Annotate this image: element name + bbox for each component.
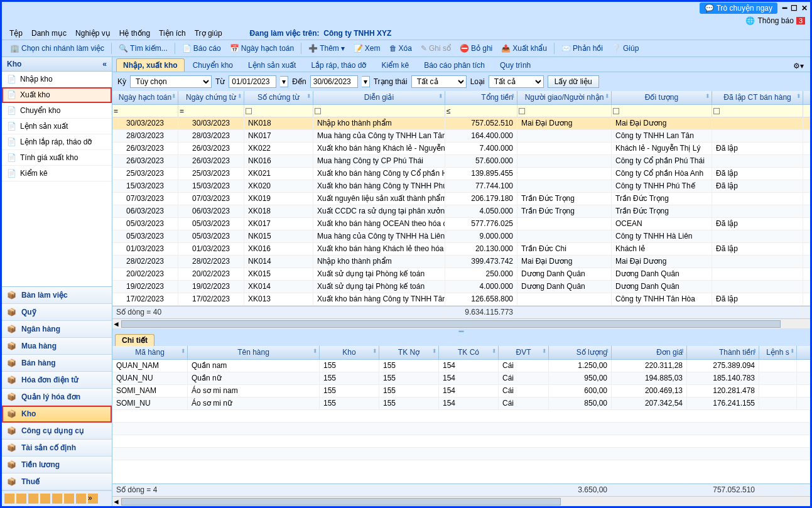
col-description[interactable]: Diễn giải	[313, 91, 445, 104]
dcol-order[interactable]: Lệnh s	[759, 346, 797, 359]
nav-item-6[interactable]: 📦Quản lý hóa đơn	[2, 389, 112, 406]
period-select[interactable]: Tùy chọn	[130, 75, 212, 88]
collapse-icon[interactable]: «	[102, 60, 107, 68]
minimize-button[interactable]: ━	[782, 4, 787, 13]
dcol-warehouse[interactable]: Kho	[320, 346, 379, 359]
view-button[interactable]: 📝Xem	[350, 43, 384, 54]
tab-3[interactable]: Lắp ráp, tháo dỡ	[304, 58, 373, 72]
detail-h-scrollbar[interactable]: ◄	[112, 496, 810, 506]
table-row[interactable]: 19/02/202319/02/2023XK014Xuất sử dụng tạ…	[112, 281, 810, 293]
to-date[interactable]	[310, 75, 358, 88]
detail-body[interactable]: QUAN_NAMQuần nam155155154Cái1.250,00220.…	[112, 360, 810, 484]
tab-6[interactable]: Quy trình	[493, 58, 538, 72]
table-row[interactable]: 20/02/202320/02/2023XK015Xuất sử dụng tạ…	[112, 268, 810, 281]
menu-utilities[interactable]: Tiện ích	[159, 29, 186, 38]
help-button[interactable]: ❔Giúp	[609, 43, 642, 54]
dropdown-icon[interactable]: ▾	[280, 76, 288, 87]
tab-4[interactable]: Kiểm kê	[374, 58, 416, 72]
tab-5[interactable]: Báo cáo phân tích	[417, 58, 492, 72]
type-select[interactable]: Tất cả	[489, 75, 544, 88]
dcol-item-code[interactable]: Mã hàng	[112, 346, 188, 359]
nav-item-10[interactable]: 📦Tiền lương	[2, 457, 112, 473]
dropdown-icon[interactable]: ▾	[362, 76, 370, 87]
sidebar-item-4[interactable]: 📄Lệnh lắp ráp, tháo dỡ	[2, 134, 112, 150]
col-sales-voucher-created[interactable]: Đã lập CT bán hàng	[712, 91, 803, 104]
nav-item-2[interactable]: 📦Ngân hàng	[2, 321, 112, 338]
dcol-credit-acc[interactable]: TK Có	[439, 346, 499, 359]
col-posting-date[interactable]: Ngày hạch toán	[112, 91, 178, 104]
nav-item-4[interactable]: 📦Bán hàng	[2, 355, 112, 372]
settings-gear[interactable]: ⚙▾	[791, 60, 806, 72]
col-person[interactable]: Người giao/Người nhận	[517, 91, 612, 104]
nav-item-3[interactable]: 📦Mua hàng	[2, 338, 112, 355]
detail-row[interactable]: SOMI_NAMÁo sơ mi nam155155154Cái600,0020…	[112, 385, 810, 397]
col-partner[interactable]: Đối tượng	[612, 91, 712, 104]
add-button[interactable]: ➕Thêm ▾	[305, 43, 348, 54]
col-total[interactable]: Tổng tiền	[445, 91, 517, 104]
fetch-button[interactable]: Lấy dữ liệu	[548, 75, 599, 88]
chat-button[interactable]: 💬 Trò chuyện ngay	[700, 3, 777, 14]
maximize-button[interactable]: ☐	[791, 4, 798, 13]
nav-item-9[interactable]: 📦Tài sản cố định	[2, 440, 112, 457]
grid-filter-row[interactable]: == ≤	[112, 105, 810, 117]
nav-overflow-icons[interactable]: »	[2, 490, 112, 506]
detail-row[interactable]: SOMI_NUÁo sơ mi nữ155155154Cái850,00207.…	[112, 397, 810, 410]
close-button[interactable]: ✕	[801, 4, 808, 13]
dcol-unit[interactable]: ĐVT	[499, 346, 549, 359]
table-row[interactable]: 28/02/202328/02/2023NK014Nhập kho thành …	[112, 256, 810, 268]
menu-system[interactable]: Hệ thống	[119, 29, 150, 38]
sidebar-item-0[interactable]: 📄Nhập kho	[2, 72, 112, 87]
detail-row[interactable]: QUAN_NAMQuần nam155155154Cái1.250,00220.…	[112, 360, 810, 372]
tab-0[interactable]: Nhập, xuất kho	[116, 58, 185, 72]
nav-item-11[interactable]: 📦Thuế	[2, 473, 112, 490]
nav-item-7[interactable]: 📦Kho	[2, 406, 112, 423]
delete-button[interactable]: 🗑Xóa	[386, 43, 415, 54]
sidebar-item-2[interactable]: 📄Chuyển kho	[2, 103, 112, 119]
menu-operations[interactable]: Nghiệp vụ	[75, 29, 111, 38]
menu-help[interactable]: Trợ giúp	[195, 29, 222, 38]
search-button[interactable]: 🔍Tìm kiếm...	[116, 43, 171, 54]
dcol-amount[interactable]: Thành tiền	[687, 346, 759, 359]
dcol-unit-price[interactable]: Đơn giá	[612, 346, 687, 359]
dcol-item-name[interactable]: Tên hàng	[188, 346, 320, 359]
detail-tab[interactable]: Chi tiết	[115, 334, 154, 346]
table-row[interactable]: 26/03/202326/03/2023XK022Xuất kho bán hà…	[112, 143, 810, 155]
status-select[interactable]: Tất cả	[411, 75, 467, 88]
feedback-button[interactable]: ✉️Phản hồi	[558, 43, 606, 54]
col-voucher-no[interactable]: Số chứng từ	[244, 91, 313, 104]
sidebar-item-6[interactable]: 📄Kiểm kê	[2, 166, 112, 181]
table-row[interactable]: 01/03/202301/03/2023XK016Xuất kho bán hà…	[112, 243, 810, 256]
from-date[interactable]	[229, 75, 276, 88]
table-row[interactable]: 07/03/202307/03/2023XK019Xuất nguyên liệ…	[112, 193, 810, 205]
table-row[interactable]: 30/03/202330/03/2023NK018Nhập kho thành …	[112, 117, 810, 130]
table-row[interactable]: 17/02/202317/02/2023XK013Xuất kho bán hà…	[112, 293, 810, 306]
menu-file[interactable]: Tệp	[9, 29, 23, 38]
sidebar-item-1[interactable]: 📄Xuất kho	[2, 87, 112, 103]
col-voucher-date[interactable]: Ngày chứng từ	[178, 91, 244, 104]
dcol-debit-acc[interactable]: TK Nợ	[379, 346, 439, 359]
table-row[interactable]: 05/03/202305/03/2023NK015Mua hàng của Cô…	[112, 230, 810, 243]
unpost-button[interactable]: ⛔Bỏ ghi	[457, 43, 495, 54]
table-row[interactable]: 05/03/202305/03/2023XK017Xuất kho bán hà…	[112, 218, 810, 230]
table-row[interactable]: 26/03/202326/03/2023NK016Mua hàng Công t…	[112, 155, 810, 168]
grid-body[interactable]: 30/03/202330/03/2023NK018Nhập kho thành …	[112, 117, 810, 306]
nav-item-1[interactable]: 📦Quỹ	[2, 304, 112, 321]
posting-date-button[interactable]: 📅Ngày hạch toán	[227, 43, 297, 54]
nav-item-8[interactable]: 📦Công cụ dụng cụ	[2, 423, 112, 440]
detail-row[interactable]: QUAN_NUQuần nữ155155154Cái950,00194.885,…	[112, 372, 810, 385]
export-button[interactable]: 📤Xuất khẩu	[498, 43, 550, 54]
sidebar-item-3[interactable]: 📄Lệnh sản xuất	[2, 119, 112, 134]
dcol-quantity[interactable]: Số lượng	[549, 346, 612, 359]
notif-label[interactable]: Thông báo	[757, 16, 793, 25]
menu-categories[interactable]: Danh mục	[31, 29, 67, 38]
table-row[interactable]: 06/03/202306/03/2023XK018Xuất CCDC ra sử…	[112, 205, 810, 218]
branch-selector[interactable]: 🏢Chọn chi nhánh làm việc	[7, 43, 107, 54]
tab-2[interactable]: Lệnh sản xuất	[241, 58, 303, 72]
nav-item-0[interactable]: 📦Bàn làm việc	[2, 287, 112, 304]
table-row[interactable]: 28/03/202328/03/2023NK017Mua hàng của Cô…	[112, 130, 810, 143]
report-button[interactable]: 📄Báo cáo	[179, 43, 224, 54]
table-row[interactable]: 15/03/202315/03/2023XK020Xuất kho bán hà…	[112, 180, 810, 193]
tab-1[interactable]: Chuyển kho	[186, 58, 240, 72]
nav-item-5[interactable]: 📦Hóa đơn điện tử	[2, 372, 112, 389]
sidebar-item-5[interactable]: 📄Tính giá xuất kho	[2, 150, 112, 166]
